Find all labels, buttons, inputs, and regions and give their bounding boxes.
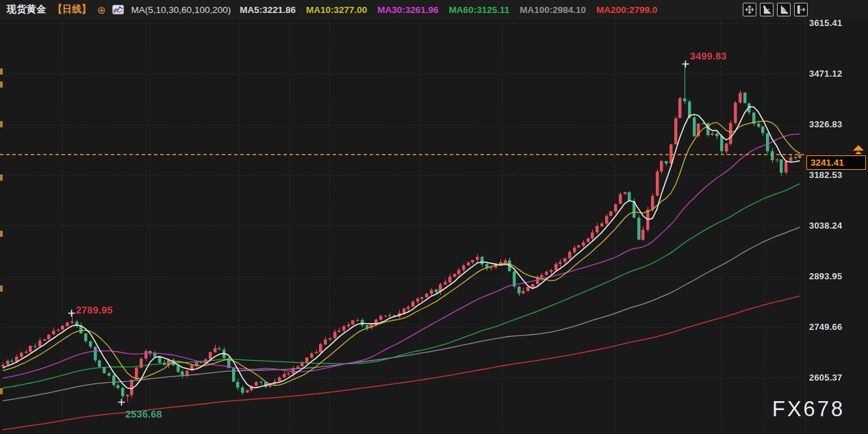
ma-settings-label[interactable]: MA(5,10,30,60,100,200)	[131, 5, 231, 15]
axis-tick-label: 3471.12	[809, 68, 867, 79]
exit-chart-icon[interactable]	[794, 3, 808, 16]
axis-tick-label: 2605.37	[809, 372, 867, 383]
chart-toolbar	[743, 3, 808, 16]
price-annotation: 2536.68	[125, 409, 162, 420]
trading-chart-app: 现货黄金 【日线】 ⊕ MA(5,10,30,60,100,200) MA5:3…	[0, 0, 868, 434]
axis-scale-right-icon[interactable]	[777, 3, 791, 16]
axis-tick-label: 2893.95	[809, 271, 867, 281]
axis-tick-label: 3038.24	[809, 220, 867, 231]
period-badge[interactable]: 【日线】	[53, 3, 91, 16]
current-price-value: 3241.41	[810, 157, 844, 168]
ma-legend-item: MA30:3261.96	[377, 5, 438, 15]
axis-tick-label: 3182.53	[809, 170, 867, 180]
candlestick-chart-canvas[interactable]	[0, 0, 868, 434]
ma-legend-item: MA200:2799.0	[596, 5, 657, 15]
symbol-title: 现货黄金	[7, 3, 47, 16]
watermark: FX678	[772, 397, 845, 422]
ma-legend-item: MA100:2984.10	[520, 5, 586, 15]
ma-legend: MA5:3221.86MA10:3277.00MA30:3261.96MA60:…	[240, 5, 657, 15]
axis-tick-label: 3615.41	[809, 18, 867, 28]
ma-legend-item: MA10:3277.00	[306, 5, 367, 15]
ma-legend-item: MA60:3125.11	[449, 5, 510, 15]
pan-tool-icon[interactable]	[743, 3, 756, 16]
price-annotation: 3499.83	[690, 51, 727, 62]
axis-tick-label: 3326.83	[809, 119, 867, 129]
price-up-arrow-icon	[853, 145, 864, 154]
current-price-label: 3241.41	[806, 155, 866, 170]
chart-header: 现货黄金 【日线】 ⊕ MA(5,10,30,60,100,200) MA5:3…	[0, 0, 868, 19]
add-indicator-icon[interactable]: ⊕	[97, 5, 106, 15]
chart-type-icon[interactable]	[112, 5, 124, 14]
ma-legend-item: MA5:3221.86	[240, 5, 296, 15]
price-annotation: 2789.95	[76, 305, 113, 316]
axis-scale-left-icon[interactable]	[760, 3, 774, 16]
axis-tick-label: 2749.66	[809, 322, 867, 332]
